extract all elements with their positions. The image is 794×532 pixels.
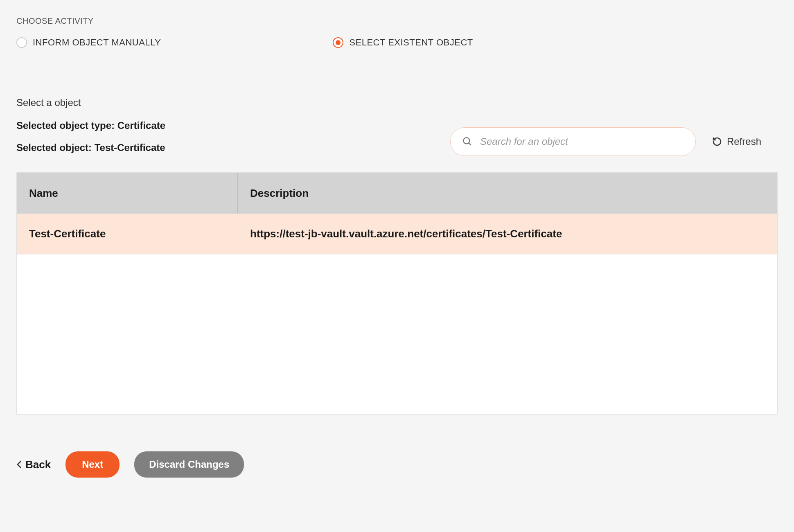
cell-description: https://test-jb-vault.vault.azure.net/ce…	[238, 228, 777, 240]
radio-icon	[333, 37, 343, 48]
radio-icon	[16, 37, 27, 48]
refresh-button[interactable]: Refresh	[712, 136, 761, 147]
svg-point-0	[463, 138, 469, 144]
table-header: Name Description	[17, 173, 777, 214]
section-label: CHOOSE ACTIVITY	[16, 16, 778, 26]
activity-radio-group: INFORM OBJECT MANUALLY SELECT EXISTENT O…	[16, 37, 778, 48]
object-table: Name Description Test-Certificate https:…	[16, 172, 778, 415]
search-field[interactable]	[450, 127, 696, 156]
radio-label: INFORM OBJECT MANUALLY	[33, 37, 161, 48]
column-header-description: Description	[238, 187, 777, 200]
radio-label: SELECT EXISTENT OBJECT	[349, 37, 473, 48]
column-header-name: Name	[17, 173, 238, 214]
chevron-left-icon	[16, 460, 22, 469]
radio-inform-manually[interactable]: INFORM OBJECT MANUALLY	[16, 37, 161, 48]
cell-name: Test-Certificate	[17, 228, 238, 240]
select-object-title: Select a object	[16, 97, 778, 108]
next-button[interactable]: Next	[65, 451, 120, 478]
radio-dot-icon	[336, 40, 341, 45]
back-label: Back	[25, 458, 51, 471]
refresh-icon	[712, 137, 722, 147]
radio-select-existent[interactable]: SELECT EXISTENT OBJECT	[333, 37, 473, 48]
footer-actions: Back Next Discard Changes	[16, 451, 778, 478]
table-empty-space	[17, 255, 777, 414]
refresh-label: Refresh	[727, 136, 761, 147]
svg-line-1	[469, 143, 471, 145]
search-input[interactable]	[480, 136, 684, 147]
back-button[interactable]: Back	[16, 458, 51, 471]
table-row[interactable]: Test-Certificate https://test-jb-vault.v…	[17, 214, 777, 255]
discard-button[interactable]: Discard Changes	[134, 451, 244, 478]
search-icon	[462, 136, 473, 147]
